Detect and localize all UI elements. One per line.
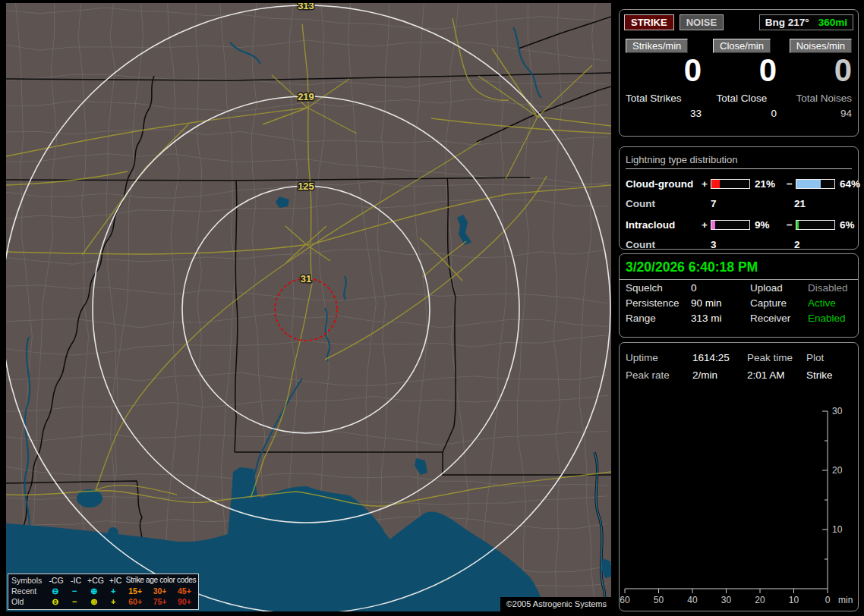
legend-old-row: Old ⊖ − ⊕ + 60+ 75+ 90+ xyxy=(10,596,197,607)
svg-text:20: 20 xyxy=(832,465,843,476)
map-canvas: 31321912531 xyxy=(6,3,611,611)
legend-age-header: Strike age color codes xyxy=(125,575,197,586)
uptime-label: Uptime xyxy=(626,352,692,363)
pos-ic-recent-icon: + xyxy=(104,586,123,596)
noises-counter-column: Noises/min 0 Total Noises 94 xyxy=(782,39,852,119)
squelch-label: Squelch xyxy=(626,282,691,294)
legend-old-label: Old xyxy=(10,596,46,607)
legend-col-pos-cg: +CG xyxy=(86,575,106,586)
pos-cg-old-icon: ⊕ xyxy=(84,596,103,607)
range-ring-label-125: 125 xyxy=(298,181,314,192)
capture-label: Capture xyxy=(750,297,808,309)
ic-negative-count: 2 xyxy=(794,239,852,250)
legend-symbols-header: Symbols xyxy=(10,575,46,586)
ic-positive-pct: 9% xyxy=(750,219,784,231)
capture-status: Active xyxy=(808,297,852,309)
total-strikes-value: 33 xyxy=(626,108,702,119)
total-strikes-label: Total Strikes xyxy=(626,93,702,104)
legend-col-pos-ic: +IC xyxy=(106,575,125,586)
cg-negative-count: 21 xyxy=(794,198,852,209)
neg-cg-recent-icon: ⊖ xyxy=(46,586,65,596)
peak-time-value: 2:01 AM xyxy=(747,369,806,381)
total-close-label: Total Close xyxy=(707,93,777,104)
upload-label: Upload xyxy=(750,282,808,294)
svg-text:0: 0 xyxy=(825,595,831,605)
peak-rate-row: Peak rate 2/min 2:01 AM Strike xyxy=(620,366,858,384)
cloud-ground-row: Cloud-ground + 21% − 64% xyxy=(626,176,852,191)
uptime-value: 1614:25 xyxy=(692,352,747,363)
cg-negative-pct: 64% xyxy=(835,178,860,190)
peak-time-header: Peak time xyxy=(747,352,806,363)
peak-rate-label: Peak rate xyxy=(626,369,692,381)
cg-positive-count: 7 xyxy=(711,198,794,209)
minus-sign: − xyxy=(784,219,796,231)
neg-ic-recent-icon: − xyxy=(65,586,84,596)
receiver-status: Enabled xyxy=(808,313,852,324)
plot-value: Strike xyxy=(806,369,852,381)
count-label: Count xyxy=(626,239,698,250)
svg-text:10: 10 xyxy=(832,524,843,535)
neg-ic-old-icon: − xyxy=(65,596,84,607)
cg-negative-bar xyxy=(796,179,835,189)
legend-header-row: Symbols -CG -IC +CG +IC Strike age color… xyxy=(10,575,197,586)
range-value: 313 mi xyxy=(691,313,750,324)
age-15: 15+ xyxy=(123,586,147,596)
noises-per-min-chip[interactable]: Noises/min xyxy=(790,39,852,53)
total-noises-value: 94 xyxy=(782,108,852,119)
close-per-min-chip[interactable]: Close/min xyxy=(713,39,771,53)
svg-text:50: 50 xyxy=(654,595,664,605)
status-panel: STRIKE NOISE Bng 217° 360mi Strikes/min … xyxy=(619,0,859,616)
svg-text:60: 60 xyxy=(620,595,630,605)
total-noises-label: Total Noises xyxy=(782,93,852,104)
trend-graph-label: Trend graph xyxy=(626,393,692,404)
status-box: 3/20/2026 6:40:18 PM Squelch 0 Upload Di… xyxy=(619,253,859,338)
mode-toolbar: STRIKE NOISE Bng 217° 360mi xyxy=(624,14,853,30)
range-label: Range xyxy=(626,313,691,324)
strikes-per-min-chip[interactable]: Strikes/min xyxy=(626,39,688,53)
svg-text:30: 30 xyxy=(832,407,843,416)
count-label: Count xyxy=(626,198,698,209)
ic-positive-bar xyxy=(711,220,750,230)
plot-header: Plot xyxy=(806,352,852,363)
legend-col-neg-cg: -CG xyxy=(46,575,66,586)
bearing-range-value: 360mi xyxy=(818,17,847,28)
range-row: Range 313 mi Receiver Enabled xyxy=(620,310,858,325)
range-ring-label-219: 219 xyxy=(298,91,314,102)
legend-recent-row: Recent ⊖ − ⊕ + 15+ 30+ 45+ xyxy=(10,586,197,596)
age-60: 60+ xyxy=(123,596,147,607)
intracloud-row: Intracloud + 9% − 6% xyxy=(626,217,852,232)
bearing-value: Bng 217° xyxy=(765,17,809,28)
svg-text:10: 10 xyxy=(789,595,799,605)
age-30: 30+ xyxy=(147,586,172,596)
strikes-counter-column: Strikes/min 0 Total Strikes 33 xyxy=(626,39,702,119)
cg-positive-bar xyxy=(711,179,750,189)
squelch-row: Squelch 0 Upload Disabled xyxy=(620,280,858,295)
noise-mode-button[interactable]: NOISE xyxy=(680,14,724,30)
datetime-display: 3/20/2026 6:40:18 PM xyxy=(620,254,858,280)
trend-chart: 1020306050403020100min xyxy=(620,407,859,610)
plus-sign: + xyxy=(698,219,711,231)
pos-ic-old-icon: + xyxy=(104,596,123,607)
close-counter-column: Close/min 0 Total Close 0 xyxy=(707,39,777,119)
distribution-box: Lightning type distribution Cloud-ground… xyxy=(619,146,859,250)
bearing-readout: Bng 217° 360mi xyxy=(759,14,853,30)
strike-symbols-legend: Symbols -CG -IC +CG +IC Strike age color… xyxy=(8,574,199,610)
upload-status: Disabled xyxy=(808,282,852,294)
legend-col-neg-ic: -IC xyxy=(66,575,86,586)
session-box: Uptime 1614:25 Peak time Plot Peak rate … xyxy=(619,342,859,611)
map-display[interactable]: 31321912531 Symbols -CG -IC +CG +IC Stri… xyxy=(6,3,611,611)
squelch-value: 0 xyxy=(691,282,750,294)
trend-window-value: 60 min xyxy=(692,393,852,404)
ic-negative-pct: 6% xyxy=(835,219,855,231)
close-per-min-value: 0 xyxy=(707,54,777,87)
counters-box: STRIKE NOISE Bng 217° 360mi Strikes/min … xyxy=(619,9,859,137)
intracloud-count-row: Count 3 2 xyxy=(626,237,852,252)
svg-text:20: 20 xyxy=(755,595,765,605)
pos-cg-recent-icon: ⊕ xyxy=(84,586,103,596)
svg-text:30: 30 xyxy=(721,595,732,605)
strike-mode-button[interactable]: STRIKE xyxy=(624,14,674,30)
minus-sign: − xyxy=(784,178,796,190)
receiver-label: Receiver xyxy=(750,313,808,324)
plus-sign: + xyxy=(698,178,711,190)
range-ring-label-31: 31 xyxy=(301,273,311,284)
